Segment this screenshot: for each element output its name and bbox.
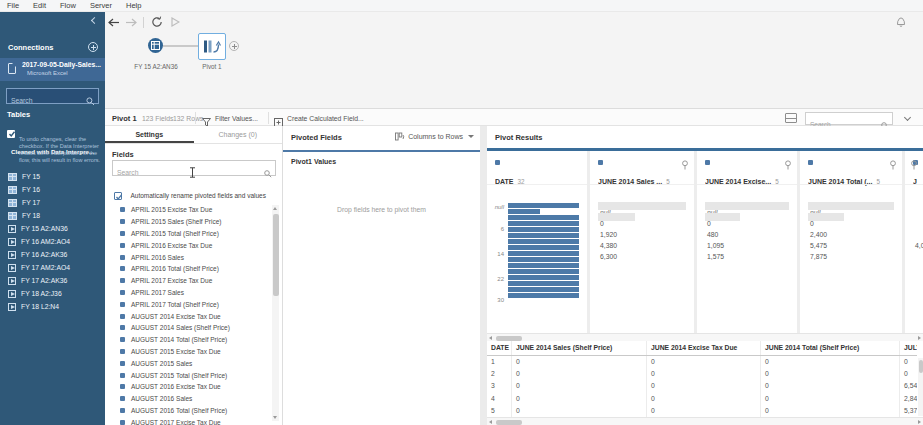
- field-item[interactable]: APRIL 2015 Total (Shelf Price): [105, 228, 270, 240]
- histogram-bar[interactable]: [508, 203, 579, 208]
- collapse-sidebar-icon[interactable]: [90, 17, 98, 25]
- field-item[interactable]: AUGUST 2016 Sales: [105, 393, 270, 405]
- histogram-bar[interactable]: [508, 251, 579, 256]
- histogram-bar[interactable]: [508, 239, 579, 244]
- value-row[interactable]: null: [808, 201, 894, 212]
- value-row[interactable]: 4,000,: [913, 234, 915, 245]
- grid-cell[interactable]: 5,379: [900, 405, 917, 417]
- field-item[interactable]: AUGUST 2014 Total (Shelf Price): [105, 334, 270, 346]
- grid-cell[interactable]: 0: [512, 405, 647, 417]
- connection-item[interactable]: 2017-09-05-Daily-Sales... Microsoft Exce…: [0, 58, 105, 81]
- grid-header-cell[interactable]: JUNE 2014 Excise Tax Due: [647, 341, 761, 355]
- collapse-pane-icon[interactable]: [903, 114, 911, 122]
- grid-header-cell[interactable]: JUNE 2014 Total (Shelf Price): [761, 341, 900, 355]
- data-interpreter-checkbox[interactable]: [7, 130, 15, 138]
- grid-header-cell[interactable]: DATE: [487, 341, 512, 355]
- field-item[interactable]: AUGUST 2015 Sales: [105, 357, 270, 369]
- grid-cell[interactable]: 0: [512, 368, 647, 380]
- menu-item-edit[interactable]: Edit: [26, 0, 53, 12]
- add-step-icon[interactable]: [229, 41, 239, 51]
- grid-cell[interactable]: 0: [761, 356, 900, 368]
- refresh-icon[interactable]: [150, 15, 164, 29]
- field-item[interactable]: AUGUST 2016 Excise Tax Due: [105, 381, 270, 393]
- grid-header-cell[interactable]: JULY 20: [900, 341, 917, 355]
- field-item[interactable]: APRIL 2017 Total (Shelf Price): [105, 298, 270, 310]
- pivot-node-selected[interactable]: [198, 33, 226, 60]
- grid-cell[interactable]: 4: [487, 393, 512, 405]
- field-item[interactable]: AUGUST 2016 Total (Shelf Price): [105, 405, 270, 417]
- grid-header-cell[interactable]: JUNE 2014 Sales (Shelf Price): [512, 341, 647, 355]
- value-row[interactable]: 0: [598, 212, 686, 223]
- grid-cell[interactable]: 1: [487, 356, 512, 368]
- profile-horizontal-scrollbar[interactable]: [487, 333, 923, 341]
- histogram-bar[interactable]: [508, 245, 579, 250]
- grid-cell[interactable]: 2,848: [900, 393, 917, 405]
- value-row[interactable]: 7,875: [808, 245, 894, 256]
- field-item[interactable]: APRIL 2016 Total (Shelf Price): [105, 263, 270, 275]
- histogram-bar[interactable]: [508, 275, 579, 280]
- profile-card[interactable]: JUNE 2014 Total (...5null02,4005,4757,87…: [800, 151, 902, 333]
- grid-horizontal-scrollbar[interactable]: [487, 417, 923, 425]
- grid-cell[interactable]: 0: [512, 356, 647, 368]
- grid-vertical-scrollbar[interactable]: [918, 358, 923, 416]
- forward-icon[interactable]: [124, 15, 138, 29]
- input-node[interactable]: [148, 38, 163, 53]
- sidebar-table-item[interactable]: FY 18 A2:J36: [0, 287, 105, 300]
- profile-card[interactable]: DATE32null6142230: [487, 151, 587, 333]
- histogram-bar[interactable]: [508, 221, 579, 226]
- value-row[interactable]: 1,095: [705, 234, 789, 245]
- value-row[interactable]: null: [705, 201, 789, 212]
- sidebar-table-item[interactable]: FY 17 AM2:AO4: [0, 261, 105, 274]
- tab-changes[interactable]: Changes (0): [194, 126, 283, 143]
- sidebar-table-item[interactable]: FY 17: [0, 196, 105, 209]
- sidebar-table-item[interactable]: FY 18: [0, 209, 105, 222]
- field-item[interactable]: APRIL 2017 Excise Tax Due: [105, 275, 270, 287]
- sidebar-table-item[interactable]: FY 16 A2:AK36: [0, 248, 105, 261]
- grid-cell[interactable]: 6,547: [900, 380, 917, 392]
- sidebar-table-item[interactable]: FY 16: [0, 183, 105, 196]
- view-options-icon[interactable]: [785, 113, 797, 123]
- field-item[interactable]: APRIL 2016 Excise Tax Due: [105, 239, 270, 251]
- fields-scrollbar[interactable]: [272, 205, 279, 421]
- field-item[interactable]: AUGUST 2017 Excise Tax Due: [105, 416, 270, 425]
- menu-item-file[interactable]: File: [0, 0, 26, 12]
- grid-cell[interactable]: 0: [647, 380, 761, 392]
- tables-search-input[interactable]: [7, 94, 98, 108]
- grid-cell[interactable]: 5: [487, 405, 512, 417]
- histogram-bar[interactable]: [508, 263, 579, 268]
- value-row[interactable]: 2,400: [808, 223, 894, 234]
- field-item[interactable]: APRIL 2016 Sales: [105, 251, 270, 263]
- grid-cell[interactable]: 0: [647, 356, 761, 368]
- field-item[interactable]: APRIL 2015 Excise Tax Due: [105, 204, 270, 216]
- histogram-bar[interactable]: [508, 287, 579, 292]
- sidebar-table-item[interactable]: FY 16 AM2:AO4: [0, 235, 105, 248]
- histogram-bar[interactable]: [508, 227, 579, 232]
- grid-cell[interactable]: 0: [647, 368, 761, 380]
- profile-card[interactable]: JULY 24,000,: [905, 151, 923, 333]
- pivot-mode-dropdown[interactable]: Columns to Rows: [395, 132, 474, 141]
- field-item[interactable]: APRIL 2015 Sales (Shelf Price): [105, 216, 270, 228]
- sidebar-table-item[interactable]: FY 15 A2:AN36: [0, 222, 105, 235]
- value-row[interactable]: 4,380: [598, 234, 686, 245]
- profile-card[interactable]: JUNE 2014 Excise...5null04801,0951,575: [697, 151, 797, 333]
- value-row[interactable]: 6,300: [598, 245, 686, 256]
- histogram-bar[interactable]: [508, 269, 579, 274]
- value-row[interactable]: 0: [808, 212, 894, 223]
- sidebar-table-item[interactable]: FY 18 L2:N4: [0, 300, 105, 313]
- grid-cell[interactable]: 0: [512, 380, 647, 392]
- histogram-bar[interactable]: [508, 209, 540, 214]
- value-row[interactable]: 1,920: [598, 223, 686, 234]
- value-row[interactable]: null: [598, 201, 686, 212]
- menu-item-help[interactable]: Help: [119, 0, 148, 12]
- back-icon[interactable]: [107, 15, 121, 29]
- filter-values-button[interactable]: Filter Values...: [215, 115, 258, 122]
- value-row[interactable]: 5,475: [808, 234, 894, 245]
- value-row[interactable]: 0: [705, 212, 789, 223]
- value-row[interactable]: 480: [705, 223, 789, 234]
- create-calculated-field-button[interactable]: Create Calculated Field...: [287, 115, 364, 122]
- histogram-bar[interactable]: [508, 257, 579, 262]
- rename-checkbox[interactable]: [114, 192, 122, 200]
- histogram-bar[interactable]: [508, 293, 579, 298]
- grid-cell[interactable]: 0: [900, 356, 917, 368]
- run-flow-icon[interactable]: [168, 15, 182, 29]
